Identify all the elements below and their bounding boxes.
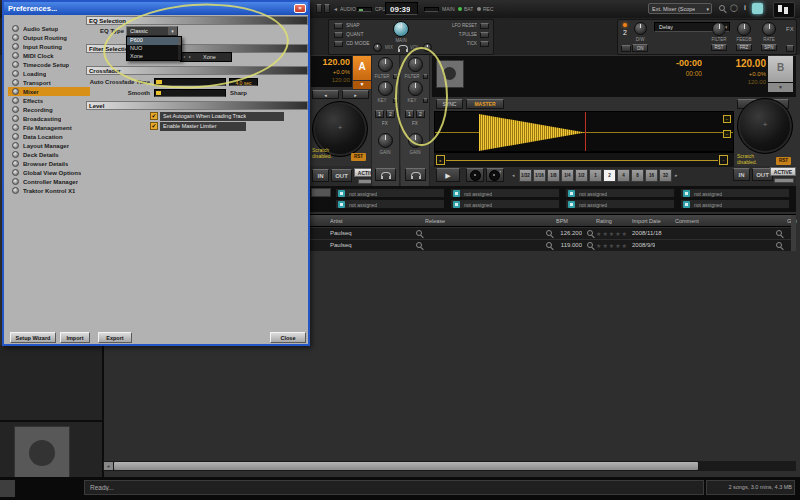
deck-a-bend-plus-button[interactable]: ▸ xyxy=(342,90,369,99)
fx-assign-slot[interactable]: not assigned xyxy=(450,188,560,198)
fx-assign-slot[interactable]: not assigned xyxy=(565,199,675,209)
channel-a-key-knob[interactable] xyxy=(378,81,393,96)
channel-b-cue-button[interactable] xyxy=(405,168,426,181)
lfo-reset-button[interactable] xyxy=(480,23,489,29)
fx-assign-slot[interactable]: not assigned xyxy=(680,199,790,209)
t-pulse-button[interactable] xyxy=(480,32,489,38)
sidebar-item-input-routing[interactable]: Input Routing xyxy=(8,42,90,51)
fx-assign-slot[interactable]: not assigned xyxy=(565,188,675,198)
search-icon[interactable] xyxy=(587,242,593,248)
info-icon[interactable]: i xyxy=(744,4,746,11)
export-button[interactable]: Export xyxy=(98,332,132,343)
column-header-artist[interactable]: Artist xyxy=(330,218,343,224)
tick-button[interactable] xyxy=(480,41,489,47)
loop-size-next[interactable]: ▸ xyxy=(675,172,678,178)
search-icon[interactable] xyxy=(546,242,552,248)
deck-b-stripe[interactable]: ▸ − xyxy=(434,152,734,167)
column-header-comment[interactable]: Comment xyxy=(675,218,699,224)
search-icon[interactable] xyxy=(776,230,782,236)
channel-a-filter-knob[interactable] xyxy=(378,57,393,72)
quant-button[interactable] xyxy=(334,32,343,38)
layout-icon[interactable] xyxy=(324,4,330,13)
deck-b-master-button[interactable]: MASTER xyxy=(466,99,504,109)
deck-b-play-button[interactable]: ▶ xyxy=(436,168,460,182)
fx-assign-slot[interactable]: not assigned xyxy=(335,199,445,209)
scrollbar-thumb[interactable] xyxy=(114,462,698,470)
fullscreen-icon[interactable]: ◯ xyxy=(730,4,738,12)
search-icon[interactable] xyxy=(546,230,552,236)
search-icon[interactable] xyxy=(416,242,422,248)
sidebar-item-broadcasting[interactable]: Broadcasting xyxy=(8,114,90,123)
sidebar-item-loading[interactable]: Loading xyxy=(8,69,90,78)
main-volume-knob[interactable] xyxy=(393,21,409,37)
browser-scrollbar-horizontal[interactable]: + xyxy=(103,461,796,471)
loop-size-prev[interactable]: ◂ xyxy=(512,172,515,178)
loop-size-option[interactable]: 1/4 xyxy=(561,169,574,182)
loop-size-option[interactable]: 32 xyxy=(659,169,672,182)
search-icon[interactable] xyxy=(719,5,725,11)
sidebar-item-controller-manager[interactable]: Controller Manager xyxy=(8,177,90,186)
loop-size-option[interactable]: 16 xyxy=(645,169,658,182)
loop-size-option[interactable]: 1 xyxy=(589,169,602,182)
fx-knob-1[interactable] xyxy=(712,22,726,36)
deck-a-loop-out-button[interactable]: OUT xyxy=(331,169,352,182)
close-button[interactable]: Close xyxy=(270,332,306,343)
search-icon[interactable] xyxy=(587,230,593,236)
deck-b-badge[interactable]: B xyxy=(768,56,793,82)
loop-size-option[interactable]: 1/32 xyxy=(519,169,532,182)
column-header-bpm[interactable]: BPM xyxy=(556,218,568,224)
import-button[interactable]: Import xyxy=(60,332,90,343)
fx-assign-slot[interactable]: not assigned xyxy=(680,188,790,198)
dry-wet-knob[interactable] xyxy=(634,22,647,35)
close-icon[interactable]: × xyxy=(294,4,306,13)
sidebar-item-mixer[interactable]: Mixer xyxy=(8,87,90,96)
deck-b-badge-arrow[interactable]: ▼ xyxy=(768,83,793,92)
sidebar-item-file-management[interactable]: File Management xyxy=(8,123,90,132)
waveform-zoom-out-button[interactable]: − xyxy=(723,130,731,138)
sidebar-item-transport[interactable]: Transport xyxy=(8,78,90,87)
cd-mode-button[interactable] xyxy=(334,41,343,47)
layout-icon[interactable] xyxy=(316,4,322,13)
deck-a-badge[interactable]: A xyxy=(353,56,371,80)
sidebar-item-browser-details[interactable]: Browser Details xyxy=(8,159,90,168)
deck-b-loop-slider[interactable] xyxy=(774,178,794,183)
snap-button[interactable] xyxy=(334,23,343,29)
channel-a-fx1-button[interactable]: 1 xyxy=(375,110,384,118)
deck-b-waveform[interactable]: − − xyxy=(434,111,734,152)
fx-on-button[interactable]: ON xyxy=(632,44,648,52)
waveform-zoom-in-button[interactable]: − xyxy=(723,115,731,123)
column-header-rating[interactable]: Rating xyxy=(596,218,612,224)
sidebar-item-audio-setup[interactable]: Audio Setup xyxy=(8,24,90,33)
fx-knob-2[interactable] xyxy=(737,22,751,36)
deck-b-rst-button[interactable]: RST xyxy=(776,157,791,165)
track-row[interactable]: Paulseq 119.000 ★★★★★ 2008/9/9 xyxy=(310,240,796,251)
master-limiter-checkbox[interactable]: ✔ xyxy=(150,122,158,130)
fx-assign-slot[interactable]: not assigned xyxy=(335,188,445,198)
sidebar-item-layout-manager[interactable]: Layout Manager xyxy=(8,141,90,150)
phones-mix-knob[interactable] xyxy=(373,43,382,52)
sidebar-item-global-view-options[interactable]: Global View Options xyxy=(8,168,90,177)
track-row[interactable]: Paulseq 126.200 ★★★★★ 2008/11/18 xyxy=(310,228,796,239)
deck-a-badge-arrow[interactable]: ▼ xyxy=(353,81,371,89)
fx-knob-3[interactable] xyxy=(762,22,776,36)
sidebar-item-timecode-setup[interactable]: Timecode Setup xyxy=(8,60,90,69)
fx-knob-3-button[interactable]: SPN xyxy=(761,44,777,51)
sidebar-item-deck-details[interactable]: Deck Details xyxy=(8,150,90,159)
browser-scrollbar-vertical[interactable] xyxy=(791,215,796,251)
search-icon[interactable] xyxy=(416,230,422,236)
sidebar-item-recording[interactable]: Recording xyxy=(8,105,90,114)
deck-b-cup-button[interactable]: ↑ xyxy=(486,168,504,182)
setup-wizard-button[interactable]: Setup Wizard xyxy=(10,332,56,343)
mixer-mode-dropdown[interactable]: Ext. Mixer (Scope ▾ xyxy=(648,3,712,14)
sidebar-item-data-location[interactable]: Data Location xyxy=(8,132,90,141)
deck-a-rst-button[interactable]: RST xyxy=(351,153,366,161)
channel-a-fx2-button[interactable]: 2 xyxy=(386,110,395,118)
loop-size-option[interactable]: 8 xyxy=(631,169,644,182)
fx-knob-1-button[interactable]: RST xyxy=(711,44,727,51)
channel-a-gain-knob[interactable] xyxy=(378,133,393,148)
sidebar-item-effects[interactable]: Effects xyxy=(8,96,90,105)
deck-a-bend-minus-button[interactable]: ◂ xyxy=(312,90,339,99)
fx-panel-mode-button[interactable] xyxy=(621,45,631,52)
scrollbar-plus-button[interactable]: + xyxy=(104,462,113,470)
column-header-release[interactable]: Release xyxy=(425,218,445,224)
